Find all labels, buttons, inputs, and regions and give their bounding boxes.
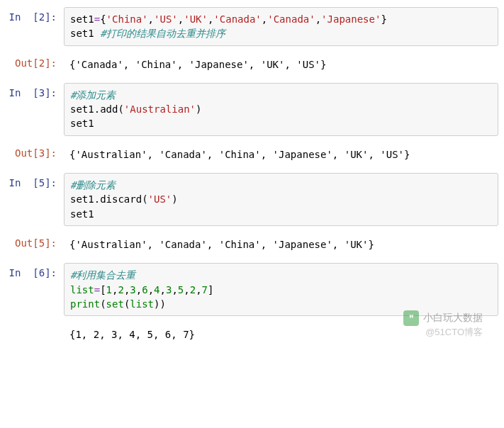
cell-out-6: {1, 2, 3, 4, 5, 6, 7}	[6, 323, 498, 346]
paren-close: )	[172, 193, 177, 205]
eq: =	[94, 13, 100, 25]
num: 3	[130, 284, 135, 295]
call: set1.discard(	[70, 193, 148, 205]
code-input-3[interactable]: #添加元素 set1.add('Australian') set1	[64, 83, 498, 136]
comma: ,	[315, 13, 321, 25]
comma: ,	[148, 13, 154, 25]
call: set1.add(	[70, 103, 124, 115]
cell-in-2: In [2]: set1={'China','US','UK','Canada'…	[6, 7, 498, 46]
var-list: list	[70, 284, 94, 295]
code-input-5[interactable]: #删除元素 set1.discard('US') set1	[64, 173, 498, 226]
comma: ,	[196, 284, 201, 295]
str: 'Australian'	[124, 103, 196, 115]
prompt-in-3: In [3]:	[6, 83, 64, 136]
output-5: {'Australian', 'Canada', 'China', 'Japan…	[64, 233, 498, 256]
num: 2	[190, 284, 196, 295]
comma: ,	[178, 13, 184, 25]
str: 'Japanese'	[321, 13, 381, 25]
comma: ,	[148, 284, 154, 295]
prompt-out-2: Out[2]:	[6, 53, 64, 76]
prompt-in-6: In [6]:	[6, 263, 64, 316]
wechat-icon: ❞	[403, 310, 419, 326]
bracket-open: [	[100, 284, 106, 295]
watermark-text: 小白玩大数据	[423, 312, 483, 325]
prompt-out-5: Out[5]:	[6, 233, 64, 256]
cell-in-5: In [5]: #删除元素 set1.discard('US') set1	[6, 173, 498, 226]
code-input-6[interactable]: #利用集合去重 list=[1,2,3,6,4,3,5,2,7] print(s…	[64, 263, 498, 316]
str: 'China'	[106, 13, 148, 25]
num: 7	[202, 284, 208, 295]
var: set1	[70, 208, 94, 220]
comment: #利用集合去重	[70, 269, 135, 281]
comma: ,	[262, 13, 267, 25]
num: 6	[142, 284, 147, 295]
watermark: ❞ 小白玩大数据	[403, 310, 483, 326]
eq: =	[94, 284, 100, 295]
paren-close: )	[196, 103, 201, 115]
cell-in-3: In [3]: #添加元素 set1.add('Australian') set…	[6, 83, 498, 136]
comment: #删除元素	[70, 179, 116, 191]
var: set1	[70, 118, 94, 129]
str: 'Canada'	[213, 13, 261, 25]
output-3: {'Australian', 'Canada', 'China', 'Japan…	[64, 143, 498, 166]
str: 'Canada'	[267, 13, 315, 25]
prompt-in-2: In [2]:	[6, 7, 64, 46]
num: 1	[106, 284, 112, 295]
comma: ,	[184, 284, 189, 295]
brace-close: }	[381, 13, 386, 25]
output-2: {'Canada', 'China', 'Japanese', 'UK', 'U…	[64, 53, 498, 76]
prompt-out-6	[6, 323, 64, 346]
prompt-out-3: Out[3]:	[6, 143, 64, 166]
bracket-close: ]	[208, 284, 213, 295]
prompt-in-5: In [5]:	[6, 173, 64, 226]
cell-in-6: In [6]: #利用集合去重 list=[1,2,3,6,4,3,5,2,7]…	[6, 263, 498, 316]
cell-out-3: Out[3]: {'Australian', 'Canada', 'China'…	[6, 143, 498, 166]
comma: ,	[172, 284, 177, 295]
var: set1	[70, 13, 94, 25]
cell-out-2: Out[2]: {'Canada', 'China', 'Japanese', …	[6, 53, 498, 76]
comma: ,	[160, 284, 166, 295]
var: set1	[70, 28, 100, 39]
print: print	[70, 298, 100, 310]
list: list	[130, 298, 154, 310]
str: 'US'	[154, 13, 178, 25]
comment: #打印的结果自动去重并排序	[100, 28, 225, 39]
num: 4	[154, 284, 159, 295]
str: 'US'	[148, 193, 172, 205]
str: 'UK'	[184, 13, 208, 25]
comma: ,	[136, 284, 142, 295]
watermark-sub: @51CTO博客	[425, 326, 483, 339]
code-input-2[interactable]: set1={'China','US','UK','Canada','Canada…	[64, 7, 498, 46]
comment: #添加元素	[70, 89, 116, 101]
set: set	[106, 298, 124, 310]
paren-open: (	[100, 298, 106, 310]
num: 2	[118, 284, 123, 295]
brace-open: {	[100, 13, 106, 25]
cell-out-5: Out[5]: {'Australian', 'Canada', 'China'…	[6, 233, 498, 256]
paren-close: ))	[154, 298, 166, 310]
